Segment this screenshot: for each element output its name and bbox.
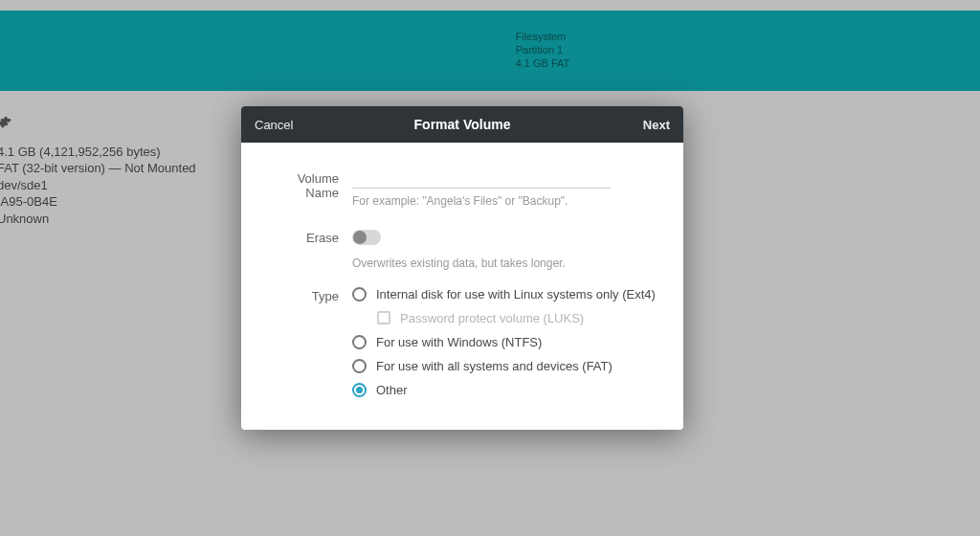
erase-label: Erase xyxy=(266,229,352,245)
volume-name-hint: For example: "Angela's Files" or "Backup… xyxy=(352,194,658,208)
type-option-fat[interactable]: For use with all systems and devices (FA… xyxy=(352,359,658,373)
format-volume-dialog: Cancel Format Volume Next Volume Name Fo… xyxy=(241,106,683,430)
type-label: Type xyxy=(266,287,352,303)
type-option-label: Password protect volume (LUKS) xyxy=(400,311,584,325)
modal-overlay: Cancel Format Volume Next Volume Name Fo… xyxy=(0,0,980,536)
erase-hint: Overwrites existing data, but takes long… xyxy=(352,257,658,270)
type-option-label: For use with all systems and devices (FA… xyxy=(376,359,612,373)
dialog-title: Format Volume xyxy=(301,117,624,132)
type-option-other[interactable]: Other xyxy=(352,383,658,397)
cancel-button[interactable]: Cancel xyxy=(255,118,301,132)
radio-icon xyxy=(352,287,367,302)
type-option-label: Internal disk for use with Linux systems… xyxy=(376,287,656,302)
radio-icon xyxy=(352,383,367,397)
dialog-headerbar: Cancel Format Volume Next xyxy=(241,106,683,143)
type-option-luks: Password protect volume (LUKS) xyxy=(377,311,658,325)
radio-icon xyxy=(352,359,367,373)
volume-name-label: Volume Name xyxy=(266,169,352,200)
type-option-label: For use with Windows (NTFS) xyxy=(376,335,542,349)
type-option-label: Other xyxy=(376,383,408,397)
radio-icon xyxy=(352,335,367,349)
dialog-body: Volume Name For example: "Angela's Files… xyxy=(241,143,683,430)
checkbox-icon xyxy=(377,311,390,324)
volume-name-input[interactable] xyxy=(352,169,611,189)
next-button[interactable]: Next xyxy=(624,118,670,132)
type-option-ntfs[interactable]: For use with Windows (NTFS) xyxy=(352,335,658,349)
erase-toggle[interactable] xyxy=(352,230,381,245)
type-option-ext4[interactable]: Internal disk for use with Linux systems… xyxy=(352,287,658,302)
